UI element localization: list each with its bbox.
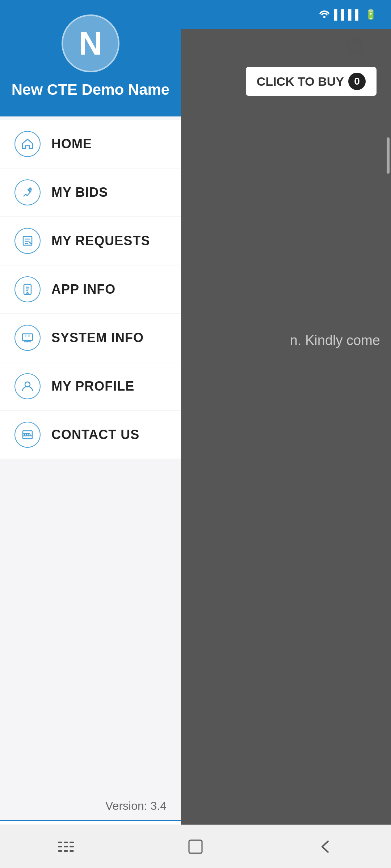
cart-badge: 0 [348, 73, 366, 90]
menu-list: HOME MY BIDS M [0, 116, 181, 792]
home-icon [14, 131, 41, 157]
svg-rect-32 [189, 840, 202, 853]
battery-icon: 🔋 [365, 9, 377, 20]
wifi-icon [318, 8, 331, 21]
drawer-header: N New CTE Demo Name [0, 0, 181, 116]
kindly-text: n. Kindly come [290, 333, 380, 348]
svg-point-12 [27, 293, 28, 294]
contact-label: CONTACT US [51, 427, 139, 442]
signal-icons: ▌▌▌▌ [334, 9, 362, 20]
sidebar-item-my-profile[interactable]: MY PROFILE [0, 362, 181, 410]
svg-rect-13 [22, 334, 33, 340]
bottom-navigation [0, 825, 391, 868]
dim-overlay [174, 0, 391, 868]
sidebar-item-my-bids[interactable]: MY BIDS [0, 169, 181, 216]
sidebar-item-system-info[interactable]: SYSTEM INFO [0, 314, 181, 362]
nav-home-button[interactable] [177, 832, 214, 861]
bids-label: MY BIDS [51, 185, 108, 200]
svg-point-0 [323, 16, 325, 18]
system-info-icon [14, 325, 41, 351]
avatar-letter: N [79, 25, 102, 62]
click-to-buy-button[interactable]: CLICK TO BUY 0 [246, 67, 377, 96]
nav-menu-button[interactable] [47, 832, 83, 861]
search-button[interactable] [345, 36, 369, 66]
status-icons: ▌▌▌▌ 🔋 [318, 8, 377, 21]
requests-icon [14, 228, 41, 254]
scrollbar[interactable] [387, 137, 390, 174]
system-info-label: SYSTEM INFO [51, 330, 144, 345]
nav-back-button[interactable] [308, 832, 344, 861]
version-text: Version: 3.4 [0, 792, 181, 820]
click-to-buy-label: CLICK TO BUY [257, 75, 344, 89]
profile-label: MY PROFILE [51, 379, 134, 394]
avatar: N [62, 14, 119, 72]
bids-icon [14, 179, 41, 205]
home-label: HOME [51, 136, 92, 152]
profile-icon [14, 373, 41, 399]
svg-point-3 [347, 38, 363, 54]
sidebar-item-my-requests[interactable]: MY REQUESTS [0, 217, 181, 265]
sidebar-item-contact-us[interactable]: CONTACT US [0, 411, 181, 459]
requests-label: MY REQUESTS [51, 233, 150, 248]
navigation-drawer: N New CTE Demo Name HOME MY BIDS [0, 0, 181, 868]
sidebar-item-app-info[interactable]: APP INFO [0, 265, 181, 313]
sidebar-item-home[interactable]: HOME [0, 120, 181, 168]
app-info-label: APP INFO [51, 282, 115, 297]
user-name: New CTE Demo Name [12, 81, 169, 98]
app-info-icon [14, 276, 41, 302]
contact-icon [14, 422, 41, 448]
